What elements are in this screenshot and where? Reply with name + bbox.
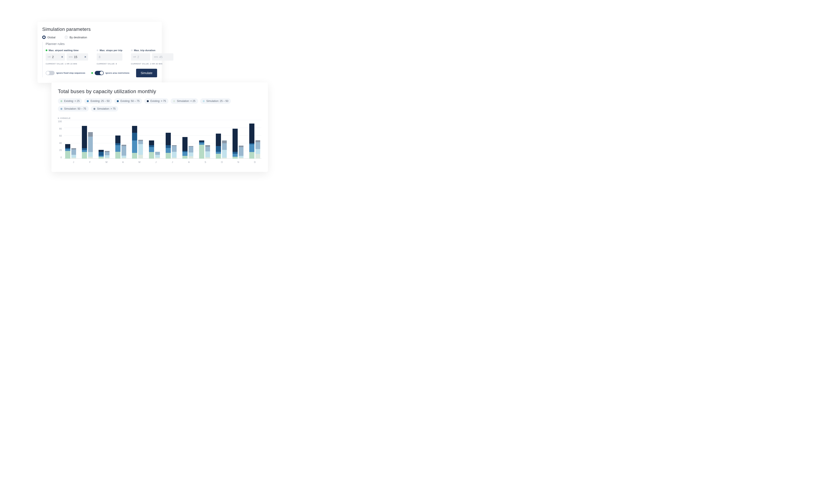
x-tick: M: [100, 161, 113, 163]
bar-segment: [122, 156, 126, 158]
bar-segment: [222, 141, 227, 143]
plot-area: [64, 120, 262, 159]
simulation-stack: [172, 145, 177, 159]
bar-segment: [172, 146, 177, 152]
bar-segment: [132, 141, 137, 153]
mode-radio-global[interactable]: Global: [42, 35, 55, 39]
month-group: [181, 120, 194, 159]
mode-radio-bydest-label: By destination: [70, 36, 87, 39]
chart-card: Total buses by capacity utilization mont…: [51, 82, 268, 172]
clear-icon[interactable]: ✕: [84, 55, 87, 58]
simulation-stack: [189, 146, 193, 159]
rule-max-stops-current: Current value: 8: [97, 63, 122, 65]
legend-pill[interactable]: Simulation: < 25: [171, 98, 198, 104]
month-group: [164, 120, 178, 159]
simulation-stack: [205, 145, 210, 159]
y-tick: 60: [59, 135, 62, 137]
legend-pill[interactable]: Simulation: 50 – 75: [58, 106, 89, 111]
bar-segment: [88, 137, 93, 152]
rule-waiting-time: Max. airport waiting time hr 2 ✕ min 15 …: [46, 49, 88, 65]
bar-segment: [182, 137, 187, 151]
legend-swatch-icon: [147, 100, 149, 102]
y-axis: 100806040200: [58, 120, 64, 159]
legend-pill[interactable]: Existing: 25 – 50: [84, 98, 112, 104]
status-dot-icon: [91, 72, 93, 74]
bar-segment: [99, 152, 104, 156]
rule-waiting-label: Max. airport waiting time: [49, 49, 78, 52]
bar-segment: [115, 136, 121, 143]
bar-segment: [149, 141, 154, 145]
x-tick: J: [149, 161, 163, 163]
existing-stack: [182, 137, 187, 159]
rule-max-stops: Max. stops per trip 8 Current value: 8: [97, 49, 122, 65]
toggle-fixed-stop-label: Ignore fixed stop sequences: [56, 72, 85, 74]
bar-segment: [105, 158, 110, 159]
simulation-stack: [88, 132, 93, 159]
bars-container: [64, 120, 262, 159]
legend-pill[interactable]: Existing: 50 – 75: [114, 98, 142, 104]
simulation-stack: [122, 145, 126, 159]
bar-segment: [122, 146, 126, 156]
bar-segment: [88, 132, 93, 137]
planner-rules: Planner rules Max. airport waiting time …: [42, 42, 157, 77]
duration-minutes-input[interactable]: min 45: [152, 53, 173, 61]
rule-trip-duration: Max. trip duration hr 2 min 45 Current v…: [131, 49, 173, 65]
max-stops-input[interactable]: 8: [97, 53, 122, 61]
waiting-hours-input[interactable]: hr 2 ✕: [46, 53, 65, 61]
legend-pill[interactable]: Existing: < 25: [58, 98, 82, 104]
month-group: [248, 120, 262, 159]
y-tick: 0: [60, 156, 62, 159]
legend-label: Simulation: 25 – 50: [206, 99, 228, 102]
bar-segment: [132, 126, 137, 133]
x-axis: JFMAMJJASOND: [67, 161, 262, 163]
month-group: [215, 120, 228, 159]
bar-segment: [222, 143, 227, 150]
clear-icon[interactable]: ✕: [61, 55, 63, 58]
y-tick: 80: [59, 128, 62, 130]
simulation-stack: [138, 140, 143, 159]
simulation-stack: [105, 151, 110, 159]
duration-hours-value: 2: [137, 55, 140, 59]
y-tick: 100: [58, 120, 62, 123]
month-group: [98, 120, 111, 159]
bar-segment: [216, 146, 221, 152]
legend-label: Existing: < 25: [64, 99, 79, 102]
legend-pill[interactable]: Existing: > 75: [144, 98, 168, 104]
existing-stack: [216, 134, 221, 159]
waiting-minutes-input[interactable]: min 15 ✕: [67, 53, 88, 61]
bar-segment: [71, 158, 76, 159]
unit-hr: hr: [48, 56, 51, 58]
legend-swatch-icon: [94, 108, 96, 110]
toggle-area-restrictions-label: Ignore area restrictions: [106, 72, 130, 74]
x-tick: A: [116, 161, 130, 163]
planner-rules-title: Planner rules: [46, 42, 157, 46]
bar-segment: [155, 158, 160, 159]
bar-segment: [82, 152, 87, 159]
existing-stack: [166, 133, 171, 159]
bar-segment: [65, 144, 70, 148]
bar-segment: [149, 152, 154, 159]
bar-segment: [205, 145, 210, 147]
bar-segment: [132, 153, 137, 159]
month-group: [231, 120, 245, 159]
bar-segment: [115, 143, 121, 145]
legend-pill[interactable]: Simulation: > 75: [91, 106, 118, 111]
simulation-stack: [71, 148, 76, 159]
bar-segment: [232, 129, 238, 152]
legend-pill[interactable]: Simulation: 25 – 50: [200, 98, 231, 104]
bar-segment: [115, 152, 121, 159]
legend-swatch-icon: [203, 100, 205, 102]
existing-stack: [82, 126, 87, 159]
toggle-area-restrictions-switch[interactable]: [95, 71, 104, 75]
existing-stack: [132, 126, 137, 159]
duration-hours-input[interactable]: hr 2: [131, 53, 150, 61]
toggle-fixed-stop-switch[interactable]: [46, 71, 55, 75]
toggle-area-restrictions: Ignore area restrictions: [91, 71, 130, 75]
bar-segment: [232, 154, 238, 157]
y-tick: 40: [59, 142, 62, 144]
simulate-button[interactable]: Simulate: [136, 69, 157, 77]
rule-waiting-current: Current value: 1 hr 15 min: [46, 63, 88, 65]
bar-segment: [71, 155, 76, 158]
bar-segment: [205, 147, 210, 152]
mode-radio-bydest[interactable]: By destination: [64, 35, 87, 39]
